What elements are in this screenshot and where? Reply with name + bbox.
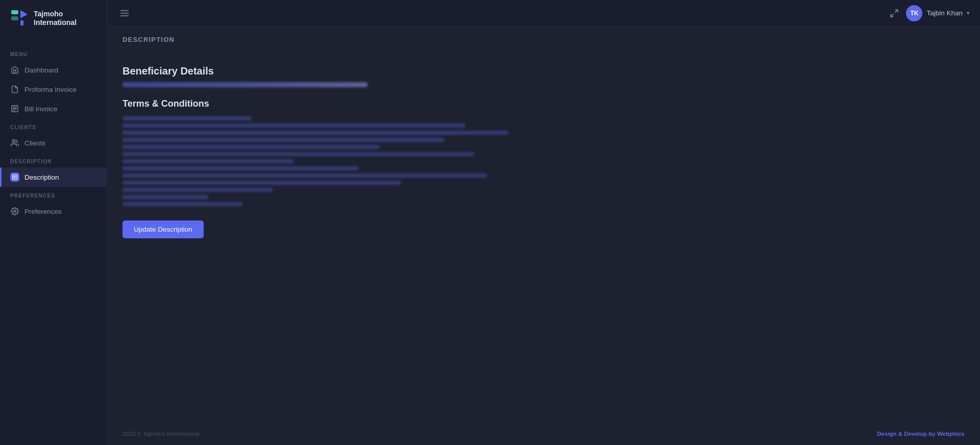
- preferences-section-label: PREFERENCES: [0, 187, 107, 202]
- page-title: DESCRIPTION: [122, 36, 965, 43]
- update-description-button[interactable]: Update Description: [122, 220, 204, 238]
- clients-section-label: CLIENTS: [0, 118, 107, 133]
- sidebar-item-dashboard[interactable]: Dashboard: [0, 60, 107, 80]
- terms-blurred-content: [122, 116, 551, 206]
- svg-rect-1: [11, 16, 18, 20]
- user-menu[interactable]: TK Tajbin Khan ▾: [906, 5, 970, 21]
- sidebar-item-label: Bill Invoice: [24, 105, 58, 113]
- terms-line-12: [122, 195, 208, 199]
- sidebar-item-clients[interactable]: Clients: [0, 133, 107, 153]
- sidebar-item-bill-invoice[interactable]: Bill Invoice: [0, 99, 107, 118]
- fullscreen-button[interactable]: [890, 9, 899, 18]
- terms-line-5: [122, 145, 380, 149]
- svg-point-13: [14, 210, 16, 212]
- terms-line-2: [122, 123, 465, 128]
- terms-line-10: [122, 181, 401, 185]
- sidebar-nav: MENU Dashboard Proforma Invoice: [0, 37, 107, 445]
- sidebar-item-label: Description: [24, 174, 59, 181]
- svg-point-8: [12, 140, 15, 142]
- home-icon: [10, 65, 19, 75]
- svg-line-17: [895, 10, 898, 12]
- sidebar-item-label: Dashboard: [24, 66, 58, 74]
- clients-icon: [10, 138, 19, 147]
- topbar-right: TK Tajbin Khan ▾: [890, 5, 970, 21]
- menu-section-label: MENU: [0, 45, 107, 60]
- beneficiary-blurred-content: [122, 82, 368, 87]
- sidebar-logo: Tajmoho International: [0, 0, 107, 37]
- sidebar-item-label: Proforma Invoice: [24, 86, 77, 93]
- terms-line-13: [122, 202, 242, 206]
- avatar: TK: [906, 5, 922, 21]
- topbar: TK Tajbin Khan ▾: [107, 0, 980, 27]
- beneficiary-heading: Beneficiary Details: [122, 65, 551, 77]
- terms-line-8: [122, 166, 358, 170]
- sidebar-item-label: Preferences: [24, 208, 62, 215]
- footer-copyright: 2023 © Tajmoho International.: [122, 431, 201, 437]
- terms-line-6: [122, 152, 474, 156]
- svg-rect-3: [20, 20, 23, 26]
- footer-brand: Design & Develop by Webphics: [877, 431, 965, 437]
- page-content: DESCRIPTION Beneficiary Details Terms & …: [107, 27, 980, 422]
- sidebar-item-description[interactable]: Description: [0, 167, 107, 187]
- file-icon: [10, 85, 19, 94]
- terms-line-4: [122, 138, 444, 142]
- gear-icon: [10, 207, 19, 216]
- svg-rect-0: [11, 10, 18, 14]
- svg-line-18: [891, 14, 894, 16]
- topbar-left: [117, 6, 132, 20]
- sidebar-item-preferences[interactable]: Preferences: [0, 202, 107, 221]
- user-name: Tajbin Khan: [926, 9, 963, 17]
- page-header: DESCRIPTION: [107, 27, 980, 51]
- main-area: TK Tajbin Khan ▾ DESCRIPTION Beneficiary…: [107, 0, 980, 445]
- terms-heading: Terms & Conditions: [122, 98, 551, 109]
- content-area: Beneficiary Details Terms & Conditions U: [107, 51, 567, 253]
- sidebar: Tajmoho International MENU Dashboard: [0, 0, 107, 445]
- bill-icon: [10, 104, 19, 113]
- logo-text: Tajmoho International: [34, 10, 77, 27]
- terms-line-1: [122, 116, 251, 120]
- page-footer: 2023 © Tajmoho International. Design & D…: [107, 422, 980, 445]
- terms-line-9: [122, 174, 487, 178]
- svg-marker-2: [20, 10, 28, 18]
- description-section-label: DESCRIPTION: [0, 153, 107, 167]
- logo-icon: [10, 9, 29, 28]
- footer-design-text: Design & Develop by: [877, 431, 937, 437]
- terms-line-11: [122, 188, 273, 192]
- chevron-down-icon: ▾: [967, 10, 970, 16]
- footer-brand-name: Webphics: [937, 431, 965, 437]
- sidebar-item-label: Clients: [24, 139, 45, 147]
- sidebar-item-proforma-invoice[interactable]: Proforma Invoice: [0, 80, 107, 99]
- terms-line-3: [122, 131, 508, 135]
- terms-line-7: [122, 159, 294, 163]
- description-icon: [10, 172, 19, 182]
- hamburger-button[interactable]: [117, 6, 132, 20]
